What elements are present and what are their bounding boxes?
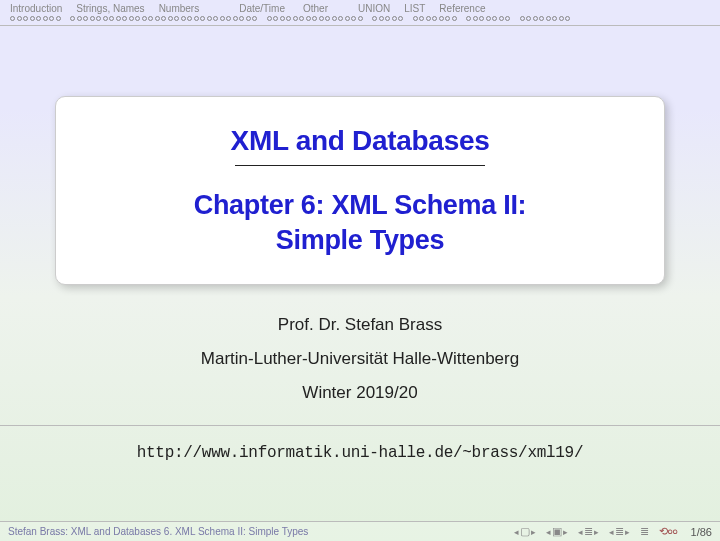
nav-intro[interactable]: Introduction [10, 3, 62, 14]
chapter-title-line2: Simple Types [76, 223, 644, 258]
nav-frame-icon[interactable]: ◂▣▸ [546, 525, 568, 538]
course-title: XML and Databases [76, 125, 644, 157]
section-nav: Introduction Strings, Names Numbers Date… [0, 0, 720, 14]
nav-section-icon[interactable]: ◂≣▸ [609, 525, 630, 538]
chapter-title-line1: Chapter 6: XML Schema II: [76, 188, 644, 223]
title-divider [235, 165, 485, 166]
nav-union[interactable]: UNION [358, 3, 390, 14]
progress-dots [0, 14, 720, 26]
page-number: 1/86 [691, 526, 712, 538]
course-url[interactable]: http://www.informatik.uni-halle.de/~bras… [0, 425, 720, 462]
nav-datetime[interactable]: Date/Time [239, 3, 285, 14]
title-card: XML and Databases Chapter 6: XML Schema … [55, 96, 665, 285]
affiliation: Martin-Luther-Universität Halle-Wittenbe… [0, 349, 720, 369]
footer-credit: Stefan Brass: XML and Databases 6. XML S… [8, 526, 514, 537]
nav-presentation-icon[interactable]: ≣ [640, 525, 649, 538]
nav-back-icon[interactable]: ⟲०० [659, 525, 677, 538]
slide-footer: Stefan Brass: XML and Databases 6. XML S… [0, 521, 720, 541]
nav-numbers[interactable]: Numbers [159, 3, 200, 14]
slide-body: Prof. Dr. Stefan Brass Martin-Luther-Uni… [0, 315, 720, 462]
nav-reference[interactable]: Reference [439, 3, 485, 14]
nav-slide-icon[interactable]: ◂▢▸ [514, 525, 536, 538]
beamer-nav-icons: ◂▢▸ ◂▣▸ ◂≣▸ ◂≣▸ ≣ ⟲०० [514, 525, 677, 538]
nav-list[interactable]: LIST [404, 3, 425, 14]
nav-strings[interactable]: Strings, Names [76, 3, 144, 14]
nav-other[interactable]: Other [303, 3, 328, 14]
author-name: Prof. Dr. Stefan Brass [0, 315, 720, 335]
nav-subsection-icon[interactable]: ◂≣▸ [578, 525, 599, 538]
term: Winter 2019/20 [0, 383, 720, 403]
